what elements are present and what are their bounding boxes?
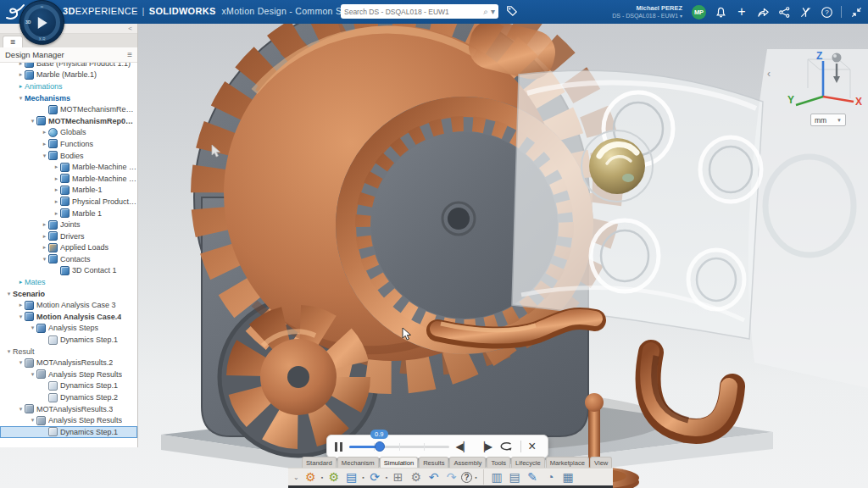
tab-standard[interactable]: Standard: [302, 457, 337, 468]
tree-item[interactable]: ▾Analysis Steps: [0, 323, 137, 335]
tree-item[interactable]: Dynamics Step.1: [0, 380, 137, 392]
tree-item[interactable]: ▸Motion Analysis Case 3: [0, 299, 137, 311]
glass-track-block[interactable]: [512, 70, 763, 339]
user-identity[interactable]: Michael PEREZ DS - DSQAL018 - EUW1 ▾: [612, 4, 682, 20]
user-compass-icon[interactable]: [798, 5, 812, 19]
tree-item[interactable]: ▸Base (Physical Product 1.1): [0, 63, 137, 69]
tab-mechanism[interactable]: Mechanism: [337, 457, 379, 468]
tree-expander-icon[interactable]: ▸: [17, 71, 25, 78]
pause-button[interactable]: [335, 442, 342, 452]
simulation-manager-button[interactable]: ▥: [489, 469, 505, 485]
tree-item[interactable]: ▸Functions: [0, 138, 137, 150]
tree-expander-icon[interactable]: ▾: [5, 348, 13, 355]
menu-icon[interactable]: ≡: [127, 50, 132, 59]
tab-assembly[interactable]: Assembly: [449, 457, 486, 468]
undo-button[interactable]: ↶: [426, 469, 442, 485]
tree-item[interactable]: ▸Globals: [0, 127, 137, 139]
units-dropdown[interactable]: mm▼: [810, 114, 846, 126]
tree-item[interactable]: ▾Analysis Step Results: [0, 369, 137, 380]
tree-expander-icon[interactable]: ▸: [17, 63, 25, 67]
tree-item[interactable]: ▾Analysis Step Results: [0, 414, 137, 426]
tree-item[interactable]: ▸Marble-Machine 2-...: [0, 161, 137, 173]
overflow-chevron-icon[interactable]: ⌄: [293, 474, 299, 481]
play-icon[interactable]: [37, 17, 47, 29]
viewport-panel-chevron[interactable]: ‹: [767, 68, 771, 80]
tree-item[interactable]: ▾MOTAnalysisResults.3: [0, 403, 137, 415]
tree-item[interactable]: Dynamics Step.1: [0, 334, 137, 346]
search-input[interactable]: [344, 8, 481, 16]
marble-ball[interactable]: [581, 130, 653, 202]
dropdown-dot-icon[interactable]: ▪: [475, 474, 476, 480]
axis-triad[interactable]: Z Y X: [784, 49, 862, 117]
tree-expander-icon[interactable]: ▾: [29, 371, 36, 378]
tree-item[interactable]: ▸Applied Loads: [0, 242, 137, 254]
share-icon[interactable]: [756, 5, 770, 19]
close-icon[interactable]: ×: [528, 441, 536, 452]
dropdown-dot-icon[interactable]: ▪: [386, 474, 387, 480]
tree-expander-icon[interactable]: ▸: [53, 210, 60, 217]
share-network-icon[interactable]: [777, 5, 791, 19]
tree-expander-icon[interactable]: ▸: [17, 302, 25, 308]
tree-item[interactable]: ▸Drivers: [0, 230, 137, 242]
tree-expander-icon[interactable]: ▸: [17, 83, 25, 90]
simulation-review-button[interactable]: ▤: [507, 469, 523, 485]
tree-item[interactable]: 3D Contact 1: [0, 265, 137, 277]
tree-item[interactable]: ▸Marble-Machine 2-...: [0, 173, 137, 185]
refresh-button[interactable]: ⟳: [367, 469, 383, 485]
tree-item[interactable]: ▾Motion Analysis Case.4: [0, 311, 137, 323]
collapse-icon[interactable]: [849, 5, 863, 19]
simulation-timeline-button[interactable]: ◔: [542, 469, 559, 485]
tree-expander-icon[interactable]: ▾: [17, 313, 25, 320]
tree-expander-icon[interactable]: ▾: [41, 152, 48, 159]
slider-handle[interactable]: [375, 441, 385, 452]
tree-item[interactable]: ▸Marble 1: [0, 208, 137, 219]
tree-tab-icon[interactable]: ≣: [3, 36, 23, 47]
tree-item[interactable]: ▸Physical Product 1.1: [0, 196, 137, 208]
tree-expander-icon[interactable]: ▾: [17, 359, 25, 366]
tree-item[interactable]: ▾Mechanisms: [0, 92, 137, 104]
search-icon[interactable]: ⌕: [483, 7, 488, 17]
tag-icon[interactable]: [505, 4, 519, 18]
tree-expander-icon[interactable]: ▾: [29, 118, 36, 125]
tab-view[interactable]: View: [590, 457, 612, 468]
tree-expander-icon[interactable]: ▸: [53, 198, 60, 205]
tree-item[interactable]: ▾Scenario: [0, 288, 137, 300]
timeline-slider[interactable]: 0.9: [349, 441, 449, 452]
loop-button[interactable]: [499, 441, 514, 452]
tab-tools[interactable]: Tools: [487, 457, 510, 468]
tree-item[interactable]: ▸Animations: [0, 80, 137, 92]
new-content-button[interactable]: ⚙: [303, 469, 319, 485]
tree-item[interactable]: ▾Contacts: [0, 253, 137, 265]
help-icon[interactable]: ?: [820, 5, 833, 19]
tree-item[interactable]: ▸Mates: [0, 276, 137, 288]
chevron-down-icon[interactable]: ▾: [491, 7, 495, 16]
tree-expander-icon[interactable]: ▸: [17, 279, 25, 286]
simulation-report-button[interactable]: ▦: [560, 469, 576, 485]
tree-item[interactable]: ▾MOTMechanismRep0000...: [0, 115, 137, 127]
step-back-button[interactable]: ◀▏: [456, 441, 471, 452]
tree-item[interactable]: ▸Joints: [0, 219, 137, 230]
save-button[interactable]: ▤: [343, 469, 359, 485]
import-export-button[interactable]: ⊞: [390, 469, 406, 485]
plus-icon[interactable]: +: [735, 5, 748, 19]
tab-results[interactable]: Results: [419, 457, 448, 468]
redo-button[interactable]: ↷: [443, 469, 459, 485]
tree-expander-icon[interactable]: ▸: [53, 164, 60, 170]
tree-expander-icon[interactable]: ▾: [17, 95, 25, 102]
tree-expander-icon[interactable]: ▸: [53, 186, 60, 193]
tree-expander-icon[interactable]: ▸: [53, 175, 60, 182]
tree-expander-icon[interactable]: ▸: [41, 233, 48, 240]
dropdown-dot-icon[interactable]: ▪: [362, 474, 364, 480]
tree-item[interactable]: ▾Bodies: [0, 150, 137, 162]
tree-expander-icon[interactable]: ▾: [29, 417, 36, 424]
search-box[interactable]: ⌕ ▾: [341, 4, 498, 19]
tree-expander-icon[interactable]: ▾: [29, 324, 36, 331]
edit-simulation-button[interactable]: ✎: [525, 469, 541, 485]
preferences-button[interactable]: ⚙: [408, 469, 424, 485]
tree-expander-icon[interactable]: ▾: [41, 256, 48, 263]
tab-simulation[interactable]: Simulation: [380, 457, 418, 468]
step-forward-button[interactable]: ▕▶: [477, 441, 492, 452]
help-button[interactable]: ?: [461, 472, 472, 483]
3dexperience-compass[interactable]: ≈ 3D X·R: [19, 0, 64, 45]
bell-icon[interactable]: [714, 5, 727, 19]
